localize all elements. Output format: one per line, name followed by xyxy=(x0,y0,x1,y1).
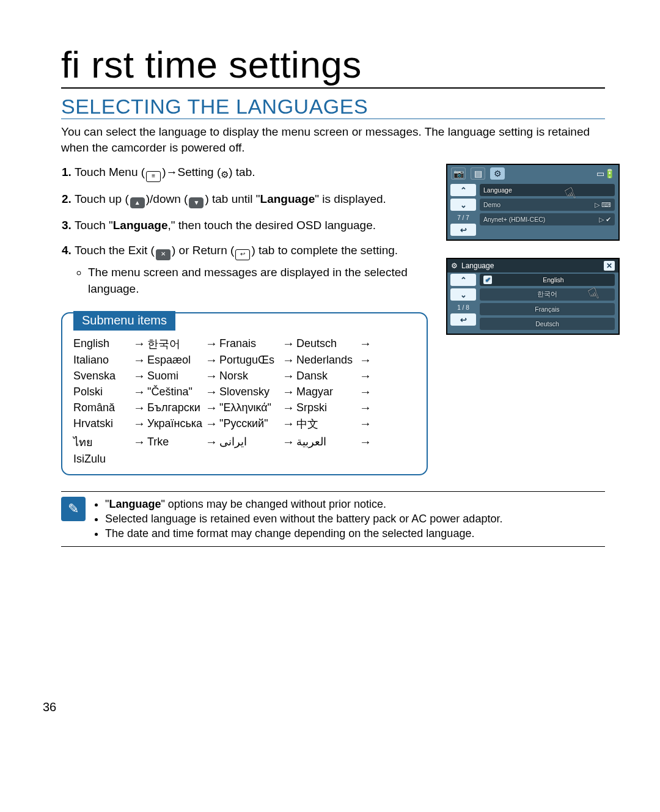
step-3: Touch "Language," then touch the desired… xyxy=(75,217,428,234)
step-4-sub: The menu screen and messages are display… xyxy=(77,264,428,298)
steps-column: Touch Menu (≡)→Setting (⚙) tab. Touch up… xyxy=(61,164,428,475)
settings-mode-icon[interactable]: ⚙ xyxy=(490,167,505,180)
arrow-right-icon: → xyxy=(358,401,373,415)
battery-indicator-icon: ▭🔋 xyxy=(596,169,615,178)
osd1-row-anynet[interactable]: Anynet+ (HDMI-CEC) ▷ ✔ xyxy=(480,213,615,225)
osd-settings-menu: 📷 ▤ ⚙ ▭🔋 ⌃ ⌄ 7 / 7 ↩ Language xyxy=(446,164,620,241)
arrow-right-icon: → xyxy=(204,401,219,415)
return-arrow-icon: ↩ xyxy=(235,249,250,260)
arrow-right-icon: → xyxy=(280,401,296,415)
step-4-bullet: The menu screen and messages are display… xyxy=(88,264,428,298)
language-name-cell: Norsk xyxy=(219,370,280,382)
page-number: 36 xyxy=(43,700,56,714)
down-arrow-icon: ▼ xyxy=(189,197,204,208)
arrow-right-icon: → xyxy=(280,385,296,399)
note-item: "Language" options may be changed withou… xyxy=(105,497,502,511)
exit-x-icon: ✕ xyxy=(156,249,170,260)
arrow-right-icon: → xyxy=(280,337,296,351)
arrow-right-icon: → xyxy=(280,435,296,449)
language-name-cell: Srpski xyxy=(296,401,358,414)
language-name-cell: ايرانى xyxy=(219,435,280,448)
arrow-right-icon: → xyxy=(131,435,147,449)
arrow-right-icon: → xyxy=(204,435,219,449)
note-pencil-icon: ✎ xyxy=(61,497,86,521)
language-name-cell: Slovensky xyxy=(219,386,280,398)
step-2: Touch up (▲)/down (▼) tab until "Languag… xyxy=(75,191,428,208)
language-name-cell: "Ελληνικά" xyxy=(219,401,280,414)
osd1-anynet-value-icon: ▷ ✔ xyxy=(599,216,611,223)
arrow-right-icon: → xyxy=(204,417,219,431)
osd2-item-francais[interactable]: Français xyxy=(480,303,615,315)
arrow-right-icon: → xyxy=(204,385,219,399)
arrow-right-icon: → xyxy=(358,337,373,351)
arrow-right-icon: → xyxy=(204,369,219,383)
arrow-right-icon: → xyxy=(280,417,296,431)
language-name-cell: 中文 xyxy=(296,417,358,431)
osd2-item-deutsch[interactable]: Deutsch xyxy=(480,318,615,330)
osd1-demo-value-icon: ▷ ⌨ xyxy=(595,201,611,208)
language-name-cell: "Čeština" xyxy=(147,386,204,398)
manual-page: ﬁ rst time settings SELECTING THE LANGUA… xyxy=(0,0,660,812)
language-name-cell: ไทย xyxy=(73,433,131,451)
osd1-return-button[interactable]: ↩ xyxy=(450,224,476,236)
arrow-right-icon: → xyxy=(131,369,147,383)
language-name-cell: Italiano xyxy=(73,354,131,367)
up-arrow-icon: ▲ xyxy=(130,197,145,208)
page-title: ﬁ rst time settings xyxy=(61,43,605,89)
osd2-up-button[interactable]: ⌃ xyxy=(450,274,476,286)
language-name-cell: العربية xyxy=(296,435,358,448)
language-name-cell: English xyxy=(73,337,131,350)
menu-icon: ≡ xyxy=(146,171,161,182)
osd2-side-buttons: ⌃ ⌄ 1 / 8 ↩ xyxy=(447,272,479,334)
arrow-right-icon: → xyxy=(131,417,147,431)
language-name-cell: PortuguŒs xyxy=(219,354,280,367)
osd2-item-english[interactable]: ✔ English xyxy=(480,274,615,286)
arrow-right-icon: → xyxy=(131,385,147,399)
osd1-row-language[interactable]: Language xyxy=(480,184,615,196)
notes-block: ✎ "Language" options may be changed with… xyxy=(61,491,605,547)
language-name-cell: Suomi xyxy=(147,370,204,382)
language-name-cell: Polski xyxy=(73,386,131,398)
settings-gear-icon: ⚙ xyxy=(221,168,229,181)
camera-mode-icon[interactable]: 📷 xyxy=(451,167,466,180)
section-heading: SELECTING THE LANGUAGES xyxy=(61,95,605,119)
osd2-down-button[interactable]: ⌄ xyxy=(450,288,476,301)
arrow-right-icon: → xyxy=(358,417,373,431)
osd2-return-button[interactable]: ↩ xyxy=(450,313,476,326)
language-name-cell: Trke xyxy=(147,436,204,448)
osd1-row-demo[interactable]: Demo ▷ ⌨ xyxy=(480,199,615,211)
step-4: Touch the Exit (✕) or Return (↩) tab to … xyxy=(75,242,428,297)
arrow-right-icon: → xyxy=(358,435,373,449)
arrow-right-icon: → xyxy=(131,337,147,351)
osd2-header: ⚙ Language ✕ xyxy=(447,259,618,272)
arrow-right-icon: → xyxy=(358,369,373,383)
step2-language-word: Language xyxy=(260,192,315,205)
osd2-gear-icon: ⚙ xyxy=(451,262,458,270)
osd1-side-buttons: ⌃ ⌄ 7 / 7 ↩ xyxy=(447,183,479,240)
language-name-cell: Hrvatski xyxy=(73,417,131,430)
notes-list: "Language" options may be changed withou… xyxy=(94,497,502,541)
step3-language-word: Language xyxy=(113,219,168,232)
language-name-cell: Dansk xyxy=(296,370,358,382)
language-name-cell: 한국어 xyxy=(147,337,204,351)
osd1-page-indicator: 7 / 7 xyxy=(450,214,476,221)
arrow-right-icon: → xyxy=(358,385,373,399)
arrow-right-icon: → xyxy=(280,353,296,367)
osd1-topbar: 📷 ▤ ⚙ ▭🔋 xyxy=(447,165,618,183)
language-name-cell: Українська xyxy=(147,417,204,430)
osd1-down-button[interactable]: ⌄ xyxy=(450,199,476,211)
content-row: Touch Menu (≡)→Setting (⚙) tab. Touch up… xyxy=(61,164,605,475)
language-name-cell: Deutsch xyxy=(296,337,358,350)
osd2-page-indicator: 1 / 8 xyxy=(450,304,476,311)
osd2-close-button[interactable]: ✕ xyxy=(604,261,615,271)
edit-mode-icon[interactable]: ▤ xyxy=(471,167,485,180)
language-name-cell: Svenska xyxy=(73,370,131,382)
osd2-item-korean[interactable]: 한국어 xyxy=(480,288,615,301)
language-name-cell: Română xyxy=(73,401,131,414)
submenu-card: Submenu items English→한국어→Franais→Deutsc… xyxy=(61,312,428,475)
language-name-cell: IsiZulu xyxy=(73,453,131,466)
osd1-up-button[interactable]: ⌃ xyxy=(450,184,476,196)
note-item: The date and time format may change depe… xyxy=(105,526,502,541)
language-name-cell: "Русский" xyxy=(219,417,280,430)
intro-paragraph: You can select the language to display t… xyxy=(61,124,605,155)
